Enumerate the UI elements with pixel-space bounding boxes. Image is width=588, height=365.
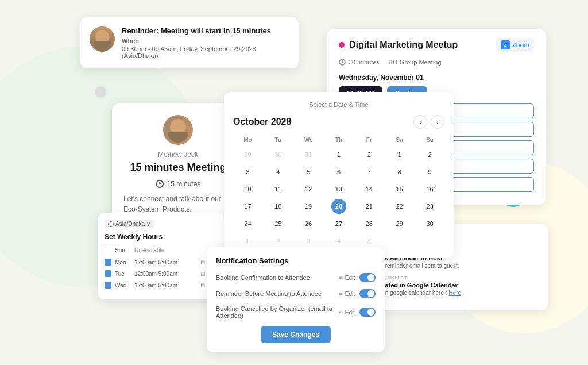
- cal-day[interactable]: 3: [301, 233, 316, 248]
- edit-icon-3: ✏: [339, 309, 343, 316]
- calendar-card: Select a Date & Time October 2028 ‹ › Mo…: [224, 92, 454, 258]
- cal-day[interactable]: 30: [423, 216, 438, 231]
- duration-meta: 30 minutes: [339, 59, 380, 66]
- cal-day[interactable]: 1: [240, 233, 255, 248]
- cal-day[interactable]: 14: [362, 182, 377, 197]
- meeting-host-avatar: [163, 115, 193, 145]
- cal-day[interactable]: 7: [362, 164, 377, 179]
- clock-meta-icon: [339, 59, 346, 66]
- save-changes-button[interactable]: Save Changes: [261, 326, 331, 343]
- cal-day[interactable]: 12: [301, 182, 316, 197]
- calendar-select-label: Select a Date & Time: [233, 101, 444, 108]
- cal-day[interactable]: 19: [301, 199, 316, 214]
- cal-day[interactable]: 1: [392, 147, 407, 162]
- meeting-description: Let's connect and talk about our Eco-Sys…: [123, 194, 233, 214]
- cal-day[interactable]: 23: [423, 199, 438, 214]
- cal-day[interactable]: 15: [392, 182, 407, 197]
- weekly-hours-card: Asia/Dhaka ∨ Set Weekly Hours Sun Unavai…: [98, 213, 224, 299]
- tue-delete-icon[interactable]: ⊟: [199, 270, 207, 278]
- cal-day[interactable]: 9: [423, 164, 438, 179]
- cal-day[interactable]: 8: [392, 164, 407, 179]
- reminder-content: Reminder: Meeting will start in 15 minut…: [122, 26, 289, 59]
- cal-header-th: Th: [324, 135, 354, 145]
- cal-day[interactable]: 29: [240, 147, 255, 162]
- cal-day[interactable]: 30: [270, 147, 285, 162]
- notif-row-3: Booking Cancelled by Organizer (email to…: [216, 305, 376, 319]
- weekly-title: Set Weekly Hours: [105, 233, 217, 241]
- zoom-badge: Z Zoom: [496, 38, 534, 52]
- svg-point-5: [393, 60, 396, 63]
- cal-day[interactable]: 17: [240, 199, 255, 214]
- tue-checkbox[interactable]: [105, 270, 111, 277]
- cal-day[interactable]: 13: [331, 182, 346, 197]
- day-row-wed: Wed 12:00am 5:00am ⊟ +: [105, 281, 217, 289]
- meeting-host-name: Methew Jeck: [123, 151, 233, 159]
- sun-unavailable: Unavailable: [134, 247, 209, 253]
- calendar-grid: Mo Tu We Th Fr Sa Su 29 30 31 1 2 1 2 3 …: [233, 135, 444, 249]
- notif-edit-3[interactable]: ✏ Edit: [339, 309, 355, 316]
- notif-edit-1[interactable]: ✏ Edit: [339, 275, 355, 281]
- cal-day[interactable]: 2: [423, 147, 438, 162]
- cal-day[interactable]: 2: [270, 233, 285, 248]
- cal-day[interactable]: 22: [392, 199, 407, 214]
- notif-label-2: Reminder Before Meeting to Attendee: [216, 290, 334, 297]
- cal-day[interactable]: 24: [240, 216, 255, 231]
- calendar-next-btn[interactable]: ›: [431, 115, 444, 129]
- notif-toggle-2[interactable]: [359, 289, 376, 298]
- duration-text: 30 minutes: [349, 59, 380, 66]
- cal-day[interactable]: 1: [331, 147, 346, 162]
- reminder-title: Reminder: Meeting will start in 15 minut…: [122, 26, 289, 35]
- chevron-icon: ∨: [146, 221, 150, 227]
- day-row-tue: Tue 12:00am 5:00am ⊟ +: [105, 270, 217, 278]
- cal-day[interactable]: 16: [423, 182, 438, 197]
- svg-point-3: [389, 60, 392, 63]
- cal-day-selected[interactable]: 20: [331, 199, 346, 214]
- cal-day[interactable]: 5: [301, 164, 316, 179]
- tue-times: 12:00am 5:00am: [134, 271, 195, 277]
- day-row-sun: Sun Unavailable +: [105, 245, 217, 255]
- cal-day[interactable]: 18: [270, 199, 285, 214]
- cal-day[interactable]: 31: [301, 147, 316, 162]
- timezone-badge[interactable]: Asia/Dhaka ∨: [105, 220, 154, 228]
- timezone-label: Asia/Dhaka: [115, 221, 145, 227]
- notif-edit-2[interactable]: ✏ Edit: [339, 291, 355, 297]
- sun-checkbox[interactable]: [105, 247, 111, 253]
- wed-checkbox[interactable]: [105, 282, 111, 289]
- cal-day[interactable]: 25: [270, 216, 285, 231]
- cal-day[interactable]: 2: [362, 147, 377, 162]
- calendar-prev-btn[interactable]: ‹: [413, 115, 427, 129]
- cal-day[interactable]: 5: [362, 233, 377, 248]
- notif-toggle-3[interactable]: [359, 308, 376, 317]
- meeting-duration-text: 15 minutes: [167, 180, 201, 188]
- cal-header-we: We: [294, 135, 323, 145]
- notif-toggle-1[interactable]: [359, 273, 376, 282]
- marketing-title-row: Digital Marketing Meetup: [339, 40, 458, 50]
- calendar-nav: October 2028 ‹ ›: [233, 115, 444, 129]
- cal-day[interactable]: 26: [301, 216, 316, 231]
- notification-settings-card: Notification Settings Booking Confirmati…: [207, 247, 385, 352]
- cal-day[interactable]: 28: [362, 216, 377, 231]
- group-icon: [389, 59, 397, 65]
- cal-day[interactable]: 3: [240, 164, 255, 179]
- date-column-header: Wednesday, November 01: [339, 74, 534, 82]
- cal-header-tu: Tu: [264, 135, 293, 145]
- marketing-meta: 30 minutes Group Meeting: [339, 59, 534, 66]
- cal-day[interactable]: 10: [240, 182, 255, 197]
- notif-label-3: Booking Cancelled by Organizer (email to…: [216, 305, 334, 319]
- wed-delete-icon[interactable]: ⊟: [199, 281, 207, 289]
- cal-day[interactable]: 29: [392, 216, 407, 231]
- cal-day[interactable]: 4: [270, 164, 285, 179]
- cal-day[interactable]: 4: [331, 233, 346, 248]
- cal-header-mo: Mo: [233, 135, 262, 145]
- cal-day[interactable]: 11: [270, 182, 285, 197]
- mon-delete-icon[interactable]: ⊟: [199, 258, 207, 266]
- meeting-title: 15 minutes Meeting: [123, 161, 233, 174]
- cal-day[interactable]: 21: [362, 199, 377, 214]
- wed-times: 12:00am 5:00am: [134, 282, 195, 289]
- cal-header-su: Su: [415, 135, 444, 145]
- meeting-duration-row: 15 minutes: [123, 180, 233, 188]
- activity-link-2[interactable]: Here: [448, 290, 461, 296]
- mon-checkbox[interactable]: [105, 259, 111, 266]
- cal-day[interactable]: 27: [331, 216, 346, 231]
- cal-day[interactable]: 6: [331, 164, 346, 179]
